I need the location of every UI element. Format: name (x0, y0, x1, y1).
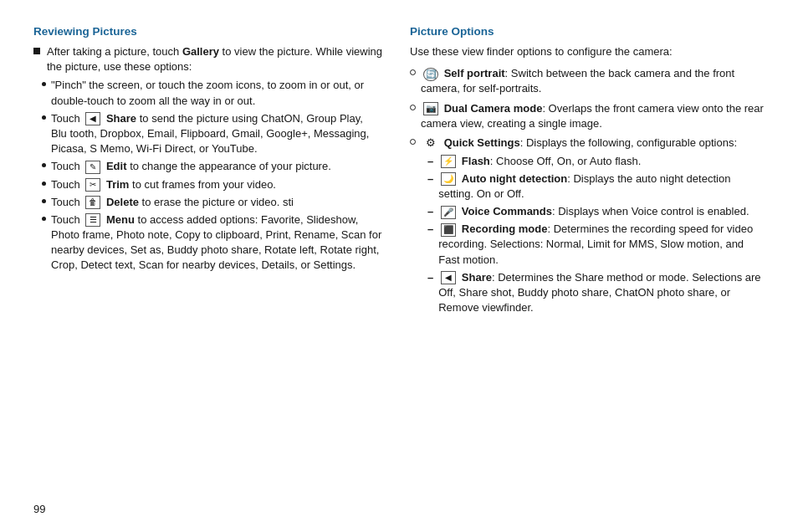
list-item: Touch 🗑 Delete to erase the picture or v… (42, 195, 385, 210)
edit-icon: ✎ (85, 161, 100, 174)
main-bullet-list: After taking a picture, touch Gallery to… (33, 44, 385, 74)
right-bullet-list: 🔄 Self portrait: Switch between the back… (410, 66, 765, 318)
dash-item: – 🎤 Voice Commands: Displays when Voice … (421, 204, 765, 219)
menu-icon: ☰ (85, 213, 100, 227)
share-icon: ◀ (85, 112, 100, 125)
trim-text: Touch ✂ Trim to cut frames from your vid… (51, 177, 276, 192)
voice-item: 🎤 Voice Commands: Displays when Voice co… (438, 204, 749, 219)
main-bullet-item: After taking a picture, touch Gallery to… (33, 44, 385, 74)
list-item: Touch ✂ Trim to cut frames from your vid… (42, 177, 385, 192)
flash-item: ⚡ Flash: Choose Off, On, or Auto flash. (438, 154, 641, 169)
edit-text: Touch ✎ Edit to change the appearance of… (51, 159, 331, 174)
dot-bullet-icon (42, 182, 46, 186)
dot-bullet-icon (42, 163, 46, 167)
dash-item: – ⬛ Recording mode: Determines the recor… (421, 222, 765, 268)
night-item: 🌙 Auto night detection: Displays the aut… (438, 171, 765, 202)
list-item: 📷 Dual Camera mode: Overlaps the front c… (410, 101, 765, 131)
quick-settings-item: ⚙ Quick Settings: Displays the following… (421, 136, 765, 318)
circle-bullet-icon (410, 69, 416, 75)
share2-item: ◀ Share: Determines the Share method or … (438, 270, 765, 316)
voice-icon: 🎤 (441, 206, 456, 219)
delete-text: Touch 🗑 Delete to erase the picture or v… (51, 195, 294, 210)
right-section-intro: Use these view finder options to configu… (410, 44, 765, 59)
share2-icon: ◀ (441, 271, 456, 284)
circle-bullet-icon (410, 139, 416, 145)
square-bullet-icon (33, 48, 40, 54)
right-section-title: Picture Options (410, 25, 765, 38)
dot-bullet-icon (42, 217, 46, 221)
right-column: Picture Options Use these view finder op… (410, 25, 765, 507)
quicksettings-icon: ⚙ (422, 136, 439, 151)
list-item: 🔄 Self portrait: Switch between the back… (410, 66, 765, 96)
dual-camera-item: 📷 Dual Camera mode: Overlaps the front c… (421, 101, 765, 131)
list-item: "Pinch" the screen, or touch the zoom ic… (42, 78, 385, 108)
trim-icon: ✂ (85, 178, 100, 192)
dot-bullet-icon (42, 82, 46, 86)
main-bullet-text: After taking a picture, touch Gallery to… (47, 44, 385, 74)
list-item: ⚙ Quick Settings: Displays the following… (410, 136, 765, 318)
list-item: Touch ✎ Edit to change the appearance of… (42, 159, 385, 174)
page-number: 99 (33, 503, 45, 515)
pinch-text: "Pinch" the screen, or touch the zoom ic… (51, 78, 385, 108)
page-container: Reviewing Pictures After taking a pictur… (0, 0, 798, 532)
delete-icon: 🗑 (85, 196, 100, 209)
flash-icon: ⚡ (441, 155, 456, 168)
menu-text: Touch ☰ Menu to access added options: Fa… (51, 212, 385, 274)
dualcamera-icon: 📷 (423, 102, 438, 115)
list-item: Touch ◀ Share to send the picture using … (42, 111, 385, 157)
dash-item: – 🌙 Auto night detection: Displays the a… (421, 171, 765, 202)
self-portrait-item: 🔄 Self portrait: Switch between the back… (421, 66, 765, 96)
dot-bullet-icon (42, 115, 46, 120)
circle-bullet-icon (410, 105, 416, 110)
recording-icon: ⬛ (441, 223, 456, 237)
left-column: Reviewing Pictures After taking a pictur… (33, 25, 385, 507)
dot-bullet-icon (42, 199, 46, 203)
dash-item: – ⚡ Flash: Choose Off, On, or Auto flash… (421, 154, 765, 169)
selfportrait-icon: 🔄 (423, 68, 438, 81)
sub-bullet-list: "Pinch" the screen, or touch the zoom ic… (33, 78, 385, 273)
recording-item: ⬛ Recording mode: Determines the recordi… (438, 222, 765, 268)
dash-item: – ◀ Share: Determines the Share method o… (421, 270, 765, 316)
list-item: Touch ☰ Menu to access added options: Fa… (42, 212, 385, 274)
dash-items-container: – ⚡ Flash: Choose Off, On, or Auto flash… (421, 154, 765, 316)
share-text: Touch ◀ Share to send the picture using … (51, 111, 385, 157)
left-section-title: Reviewing Pictures (33, 25, 385, 38)
night-icon: 🌙 (441, 172, 456, 186)
